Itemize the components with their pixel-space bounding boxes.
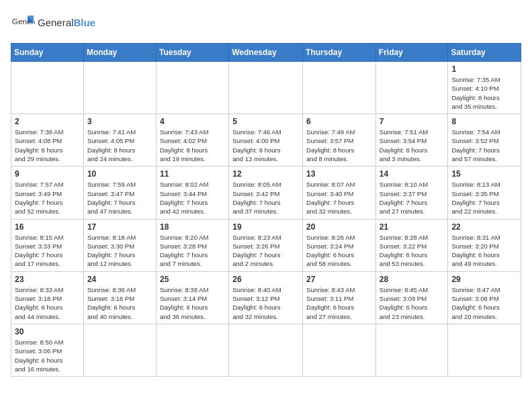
calendar-cell: 5Sunrise: 7:46 AM Sunset: 4:00 PM Daylig…: [229, 114, 303, 167]
calendar-cell: [375, 324, 448, 376]
calendar-cell: [375, 62, 448, 114]
day-info: Sunrise: 8:28 AM Sunset: 3:22 PM Dayligh…: [380, 233, 445, 269]
weekday-header-friday: Friday: [375, 44, 448, 62]
calendar-cell: 19Sunrise: 8:23 AM Sunset: 3:26 PM Dayli…: [229, 219, 303, 271]
day-info: Sunrise: 8:15 AM Sunset: 3:33 PM Dayligh…: [15, 233, 80, 269]
calendar-cell: 13Sunrise: 8:07 AM Sunset: 3:40 PM Dayli…: [303, 167, 376, 219]
day-info: Sunrise: 8:33 AM Sunset: 3:18 PM Dayligh…: [15, 285, 80, 321]
calendar-cell: 17Sunrise: 8:18 AM Sunset: 3:30 PM Dayli…: [83, 219, 156, 271]
calendar-cell: [229, 62, 303, 114]
day-number: 18: [160, 222, 225, 232]
calendar-header-row: SundayMondayTuesdayWednesdayThursdayFrid…: [11, 44, 521, 62]
day-info: Sunrise: 8:36 AM Sunset: 3:16 PM Dayligh…: [87, 285, 152, 321]
day-info: Sunrise: 7:38 AM Sunset: 4:08 PM Dayligh…: [15, 128, 80, 163]
calendar-cell: [448, 324, 521, 376]
calendar-cell: [156, 324, 228, 376]
calendar-cell: 26Sunrise: 8:40 AM Sunset: 3:12 PM Dayli…: [229, 271, 303, 324]
calendar-cell: 3Sunrise: 7:41 AM Sunset: 4:05 PM Daylig…: [83, 114, 156, 167]
day-number: 28: [380, 275, 445, 284]
day-number: 24: [87, 275, 152, 284]
day-info: Sunrise: 8:13 AM Sunset: 3:35 PM Dayligh…: [451, 180, 517, 216]
page-header: General GeneralBlue: [11, 11, 521, 35]
day-number: 14: [380, 169, 445, 179]
calendar-cell: 15Sunrise: 8:13 AM Sunset: 3:35 PM Dayli…: [448, 167, 521, 219]
day-number: 6: [306, 117, 372, 126]
calendar-cell: 9Sunrise: 7:57 AM Sunset: 3:49 PM Daylig…: [11, 167, 84, 219]
calendar-week-row: 1Sunrise: 7:35 AM Sunset: 4:10 PM Daylig…: [11, 62, 521, 114]
calendar-cell: 8Sunrise: 7:54 AM Sunset: 3:52 PM Daylig…: [448, 114, 521, 167]
day-info: Sunrise: 8:18 AM Sunset: 3:30 PM Dayligh…: [87, 233, 152, 269]
day-info: Sunrise: 7:43 AM Sunset: 4:02 PM Dayligh…: [160, 128, 225, 163]
day-info: Sunrise: 8:31 AM Sunset: 3:20 PM Dayligh…: [451, 233, 517, 269]
day-number: 29: [451, 275, 517, 284]
day-number: 20: [306, 222, 372, 232]
day-number: 12: [232, 169, 299, 179]
calendar-cell: [229, 324, 303, 376]
day-number: 3: [87, 117, 152, 126]
calendar-cell: 28Sunrise: 8:45 AM Sunset: 3:09 PM Dayli…: [375, 271, 448, 324]
calendar-cell: 2Sunrise: 7:38 AM Sunset: 4:08 PM Daylig…: [11, 114, 84, 167]
calendar-cell: 6Sunrise: 7:49 AM Sunset: 3:57 PM Daylig…: [303, 114, 376, 167]
calendar-cell: 14Sunrise: 8:10 AM Sunset: 3:37 PM Dayli…: [375, 167, 448, 219]
day-number: 21: [380, 222, 445, 232]
day-info: Sunrise: 8:40 AM Sunset: 3:12 PM Dayligh…: [232, 285, 299, 321]
day-info: Sunrise: 7:49 AM Sunset: 3:57 PM Dayligh…: [306, 128, 372, 163]
day-number: 16: [15, 222, 80, 232]
day-info: Sunrise: 8:26 AM Sunset: 3:24 PM Dayligh…: [306, 233, 372, 269]
logo: General GeneralBlue: [11, 11, 95, 35]
day-number: 10: [87, 169, 152, 179]
calendar-cell: 23Sunrise: 8:33 AM Sunset: 3:18 PM Dayli…: [11, 271, 84, 324]
day-number: 27: [306, 275, 372, 284]
calendar-cell: [156, 62, 228, 114]
weekday-header-monday: Monday: [83, 44, 156, 62]
day-number: 26: [232, 275, 299, 284]
calendar-cell: 29Sunrise: 8:47 AM Sunset: 3:08 PM Dayli…: [448, 271, 521, 324]
day-number: 30: [15, 327, 80, 336]
weekday-header-sunday: Sunday: [11, 44, 84, 62]
calendar-week-row: 23Sunrise: 8:33 AM Sunset: 3:18 PM Dayli…: [11, 271, 521, 324]
calendar-cell: 24Sunrise: 8:36 AM Sunset: 3:16 PM Dayli…: [83, 271, 156, 324]
day-info: Sunrise: 8:50 AM Sunset: 3:06 PM Dayligh…: [15, 338, 80, 373]
weekday-header-tuesday: Tuesday: [156, 44, 228, 62]
calendar-cell: 12Sunrise: 8:05 AM Sunset: 3:42 PM Dayli…: [229, 167, 303, 219]
calendar-cell: 27Sunrise: 8:43 AM Sunset: 3:11 PM Dayli…: [303, 271, 376, 324]
day-info: Sunrise: 7:57 AM Sunset: 3:49 PM Dayligh…: [15, 180, 80, 216]
calendar-cell: 30Sunrise: 8:50 AM Sunset: 3:06 PM Dayli…: [11, 324, 84, 376]
day-number: 8: [451, 117, 517, 126]
calendar-cell: 1Sunrise: 7:35 AM Sunset: 4:10 PM Daylig…: [448, 62, 521, 114]
day-number: 4: [160, 117, 225, 126]
weekday-header-thursday: Thursday: [303, 44, 376, 62]
day-info: Sunrise: 7:35 AM Sunset: 4:10 PM Dayligh…: [451, 75, 517, 111]
weekday-header-wednesday: Wednesday: [229, 44, 303, 62]
calendar-week-row: 16Sunrise: 8:15 AM Sunset: 3:33 PM Dayli…: [11, 219, 521, 271]
day-info: Sunrise: 7:51 AM Sunset: 3:54 PM Dayligh…: [380, 128, 445, 163]
calendar-cell: [83, 324, 156, 376]
day-info: Sunrise: 8:47 AM Sunset: 3:08 PM Dayligh…: [451, 285, 517, 321]
day-info: Sunrise: 8:07 AM Sunset: 3:40 PM Dayligh…: [306, 180, 372, 216]
day-info: Sunrise: 8:23 AM Sunset: 3:26 PM Dayligh…: [232, 233, 299, 269]
calendar-cell: 4Sunrise: 7:43 AM Sunset: 4:02 PM Daylig…: [156, 114, 228, 167]
day-info: Sunrise: 8:45 AM Sunset: 3:09 PM Dayligh…: [380, 285, 445, 321]
calendar-cell: [83, 62, 156, 114]
day-info: Sunrise: 7:41 AM Sunset: 4:05 PM Dayligh…: [87, 128, 152, 163]
weekday-header-saturday: Saturday: [448, 44, 521, 62]
calendar-cell: [303, 324, 376, 376]
day-info: Sunrise: 7:59 AM Sunset: 3:47 PM Dayligh…: [87, 180, 152, 216]
day-number: 19: [232, 222, 299, 232]
calendar-week-row: 30Sunrise: 8:50 AM Sunset: 3:06 PM Dayli…: [11, 324, 521, 376]
day-info: Sunrise: 8:43 AM Sunset: 3:11 PM Dayligh…: [306, 285, 372, 321]
calendar-week-row: 2Sunrise: 7:38 AM Sunset: 4:08 PM Daylig…: [11, 114, 521, 167]
day-number: 22: [451, 222, 517, 232]
day-number: 11: [160, 169, 225, 179]
day-info: Sunrise: 8:02 AM Sunset: 3:44 PM Dayligh…: [160, 180, 225, 216]
day-info: Sunrise: 8:10 AM Sunset: 3:37 PM Dayligh…: [380, 180, 445, 216]
day-info: Sunrise: 7:46 AM Sunset: 4:00 PM Dayligh…: [232, 128, 299, 163]
day-info: Sunrise: 7:54 AM Sunset: 3:52 PM Dayligh…: [451, 128, 517, 163]
calendar-cell: 10Sunrise: 7:59 AM Sunset: 3:47 PM Dayli…: [83, 167, 156, 219]
day-number: 5: [232, 117, 299, 126]
day-info: Sunrise: 8:20 AM Sunset: 3:28 PM Dayligh…: [160, 233, 225, 269]
calendar-cell: 7Sunrise: 7:51 AM Sunset: 3:54 PM Daylig…: [375, 114, 448, 167]
day-number: 9: [15, 169, 80, 179]
calendar-week-row: 9Sunrise: 7:57 AM Sunset: 3:49 PM Daylig…: [11, 167, 521, 219]
day-info: Sunrise: 8:38 AM Sunset: 3:14 PM Dayligh…: [160, 285, 225, 321]
